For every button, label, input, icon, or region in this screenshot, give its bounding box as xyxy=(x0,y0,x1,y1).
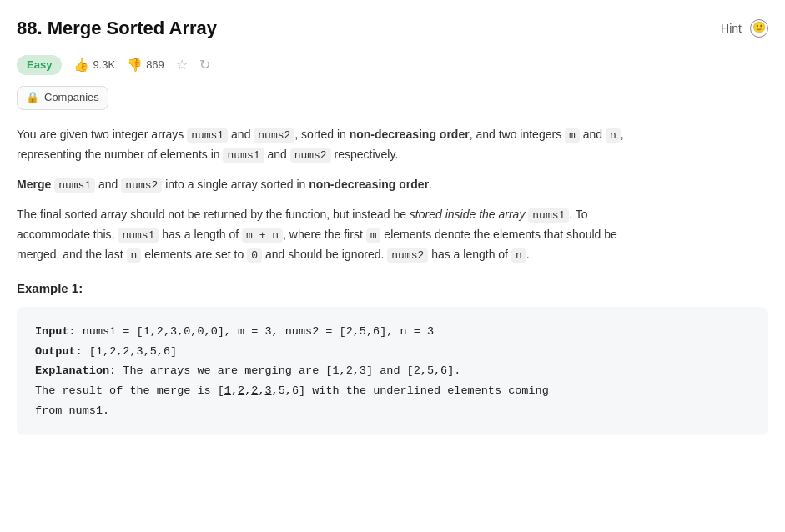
refresh-icon[interactable]: ↻ xyxy=(199,54,210,76)
description-p2: Merge nums1 and nums2 into a single arra… xyxy=(17,175,768,195)
difficulty-badge: Easy xyxy=(17,55,62,76)
desc-p2-nums2: nums2 xyxy=(121,178,162,193)
desc-p3-line2-m2: m xyxy=(366,228,381,243)
explanation-line2-text: The result of the merge is [1,2,2,3,5,6]… xyxy=(35,384,549,397)
desc-m-code: m xyxy=(565,128,580,143)
example1-heading: Example 1: xyxy=(17,279,768,299)
desc-p3-line2-after: elements denote the elements that should… xyxy=(380,228,616,241)
example1-output-line: Output: [1,2,2,3,5,6] xyxy=(35,342,750,362)
desc-p3-line2-nums1: nums1 xyxy=(118,228,159,243)
likes-count: 9.3K xyxy=(93,57,115,74)
desc-p3-line3-nums2: nums2 xyxy=(387,248,428,263)
desc-p3-line3-and: and should be ignored. xyxy=(262,248,387,261)
example1-explanation-line1: Explanation: The arrays we are merging a… xyxy=(35,361,750,381)
desc-bold2: non-decreasing order xyxy=(309,178,429,191)
desc-p3-line3-0: 0 xyxy=(247,248,262,263)
desc-p3-line2-m: m + n xyxy=(242,228,283,243)
desc-p3-nums1: nums1 xyxy=(528,208,569,223)
desc-line2-nums2: nums2 xyxy=(290,148,331,163)
explanation-text: The arrays we are merging are [1,2,3] an… xyxy=(123,364,460,377)
problem-description: You are given two integer arrays nums1 a… xyxy=(17,125,768,266)
explanation-label: Explanation: xyxy=(35,364,116,377)
desc-p1-after2: , and two integers xyxy=(470,128,565,141)
companies-label: Companies xyxy=(44,89,99,107)
desc-line2-nums1: nums1 xyxy=(223,148,264,163)
output-value: [1,2,2,3,5,6] xyxy=(89,345,177,358)
example1-explanation-line2: The result of the merge is [1,2,2,3,5,6]… xyxy=(35,381,750,401)
desc-nums2-code: nums2 xyxy=(254,128,294,143)
hint-label: Hint xyxy=(721,22,742,35)
desc-p3-italic: stored inside the array xyxy=(410,208,526,221)
desc-p2-after: into a single array sorted in xyxy=(162,178,309,191)
thumbs-up-icon: 👍 xyxy=(73,55,89,75)
likes-item: 👍 9.3K xyxy=(73,55,115,75)
desc-p2-and: and xyxy=(95,178,121,191)
underline-4: 3 xyxy=(265,384,272,397)
desc-p3-line3-before: merged, and the last xyxy=(17,248,127,261)
desc-p1-end: , xyxy=(621,128,624,141)
desc-p3-line2-has: has a length of xyxy=(159,228,242,241)
star-icon[interactable]: ☆ xyxy=(176,54,188,76)
desc-p3-line3-end: has a length of xyxy=(428,248,511,261)
companies-badge[interactable]: 🔒 Companies xyxy=(17,86,108,110)
lock-icon: 🔒 xyxy=(26,89,39,107)
desc-p3-line3-after: elements are set to xyxy=(141,248,247,261)
explanation-line3-text: from nums1. xyxy=(35,404,109,417)
desc-p1-before: You are given two integer arrays xyxy=(17,128,187,141)
desc-p1-and2: and xyxy=(580,128,606,141)
face-icon: 🙂 xyxy=(750,19,768,38)
desc-p3-line1: The final sorted array should not be ret… xyxy=(17,208,410,221)
desc-p2-nums1: nums1 xyxy=(54,178,95,193)
meta-row: Easy 👍 9.3K 👎 869 ☆ ↻ xyxy=(17,54,768,76)
desc-line2-and: and xyxy=(264,148,290,161)
description-p1: You are given two integer arrays nums1 a… xyxy=(17,125,768,165)
desc-p3-end: . To xyxy=(569,208,587,221)
desc-p3-line2-where: , where the first xyxy=(283,228,366,241)
desc-p3-line2-before: accommodate this, xyxy=(17,228,118,241)
underline-2: 2 xyxy=(238,384,244,397)
desc-p3-line3-n: n xyxy=(127,248,142,263)
hint-button[interactable]: Hint xyxy=(721,22,742,35)
input-label: Input: xyxy=(35,325,76,338)
page-title: 88. Merge Sorted Array xyxy=(17,13,217,43)
desc-p3-line3-n2: n xyxy=(511,248,526,263)
dislikes-count: 869 xyxy=(146,57,164,74)
desc-bold1: non-decreasing order xyxy=(350,128,470,141)
example1-input-line: Input: nums1 = [1,2,3,0,0,0], m = 3, num… xyxy=(35,322,750,342)
output-label: Output: xyxy=(35,345,83,358)
thumbs-down-icon: 👎 xyxy=(127,55,143,75)
desc-p1-after: , sorted in xyxy=(294,128,349,141)
underline-1: 1 xyxy=(224,384,231,397)
companies-row: 🔒 Companies xyxy=(17,86,768,110)
dislikes-item: 👎 869 xyxy=(127,55,164,75)
desc-line2-end: respectively. xyxy=(331,148,399,161)
description-p3: The final sorted array should not be ret… xyxy=(17,205,768,265)
desc-p1-line2-before: representing the number of elements in xyxy=(17,148,223,161)
desc-merge-bold: Merge xyxy=(17,178,51,191)
desc-p1-and1: and xyxy=(228,128,254,141)
example1-explanation-line3: from nums1. xyxy=(35,401,750,421)
input-value: nums1 = [1,2,3,0,0,0], m = 3, nums2 = [2… xyxy=(83,325,434,338)
desc-p2-end: . xyxy=(429,178,432,191)
page-header: 88. Merge Sorted Array Hint 🙂 xyxy=(17,13,768,43)
desc-n-code: n xyxy=(606,128,621,143)
header-actions: Hint 🙂 xyxy=(721,19,768,38)
underline-3: 2 xyxy=(251,384,258,397)
desc-nums1-code: nums1 xyxy=(187,128,228,143)
example1-code-block: Input: nums1 = [1,2,3,0,0,0], m = 3, num… xyxy=(17,307,768,435)
desc-p3-line3-dot: . xyxy=(526,248,530,261)
